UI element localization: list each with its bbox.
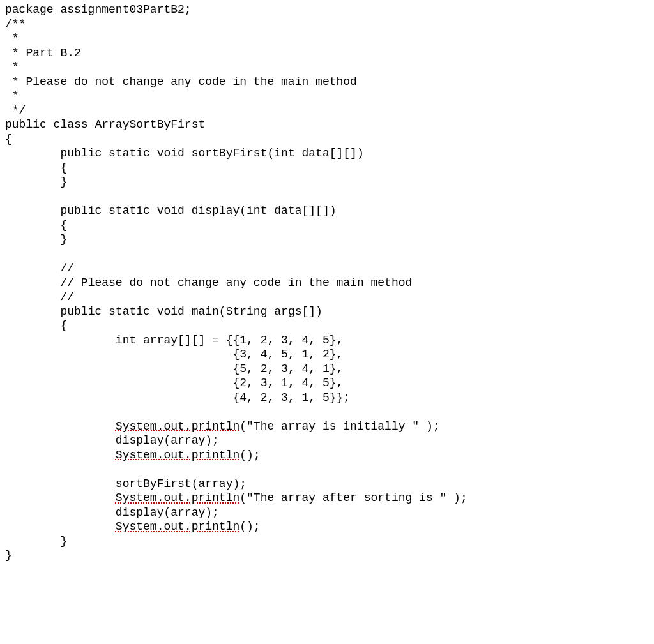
code-line: * <box>5 89 19 102</box>
code-line: { <box>5 161 67 174</box>
code-line: public static void sortByFirst(int data[… <box>5 147 364 160</box>
code-line: /** <box>5 18 26 31</box>
code-line: System.out.println("The array after sort… <box>5 491 468 504</box>
code-line: package assignment03PartB2; <box>5 3 192 16</box>
code-line: int array[][] = {{1, 2, 3, 4, 5}, <box>5 334 343 347</box>
code-line: System.out.println(); <box>5 520 261 533</box>
code-line: System.out.println("The array is initial… <box>5 420 440 433</box>
code-line: public class ArraySortByFirst <box>5 118 205 131</box>
code-line: // <box>5 290 74 303</box>
code-line: System.out.println(); <box>5 449 261 461</box>
spell-error: System.out.println <box>116 520 240 533</box>
code-line: public static void display(int data[][]) <box>5 204 337 217</box>
code-line: { <box>5 133 12 146</box>
code-line: } <box>5 176 67 188</box>
code-line: * Part B.2 <box>5 47 81 59</box>
code-line: {2, 3, 1, 4, 5}, <box>5 377 343 389</box>
code-line: * <box>5 61 19 73</box>
code-line: sortByFirst(array); <box>5 477 247 490</box>
code-line: {5, 2, 3, 4, 1}, <box>5 363 343 375</box>
code-line: display(array); <box>5 506 219 519</box>
code-line: display(array); <box>5 434 219 447</box>
code-line: } <box>5 535 67 548</box>
code-line: * <box>5 32 19 45</box>
spell-error: System.out.println <box>116 449 240 461</box>
code-line: { <box>5 219 67 232</box>
spell-error: System.out.println <box>116 420 240 433</box>
code-line: {3, 4, 5, 1, 2}, <box>5 348 343 361</box>
code-line: * Please do not change any code in the m… <box>5 75 357 88</box>
code-line: {4, 2, 3, 1, 5}}; <box>5 391 350 404</box>
code-line: } <box>5 233 67 246</box>
code-line: // Please do not change any code in the … <box>5 276 412 289</box>
code-line: */ <box>5 104 26 117</box>
code-line: public static void main(String args[]) <box>5 305 323 318</box>
spell-error: System.out.println <box>116 491 240 504</box>
code-line: { <box>5 319 67 332</box>
code-block: package assignment03PartB2; /** * * Part… <box>0 0 654 565</box>
code-line: // <box>5 262 74 274</box>
code-line: } <box>5 549 12 562</box>
